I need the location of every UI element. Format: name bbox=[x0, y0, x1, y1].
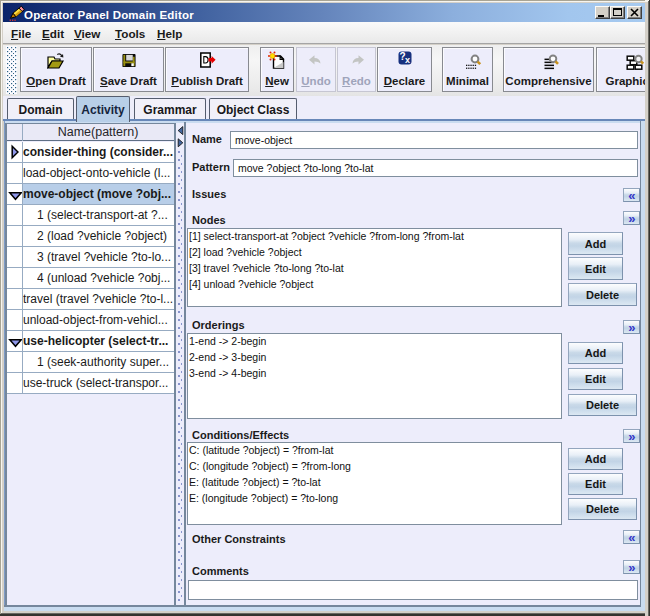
svg-text:x: x bbox=[405, 55, 410, 65]
